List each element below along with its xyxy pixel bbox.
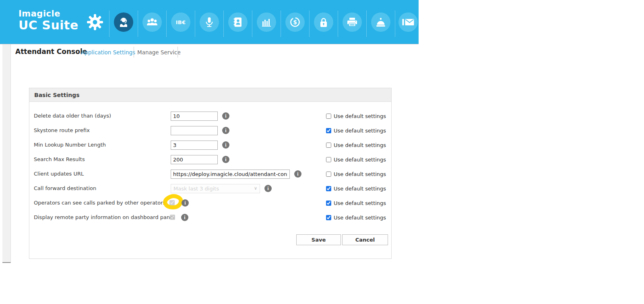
use-default-option[interactable]: Use default settings	[326, 211, 386, 224]
info-icon[interactable]: i	[222, 112, 229, 120]
headset-person-icon	[118, 17, 129, 27]
save-button[interactable]: Save	[296, 234, 341, 245]
form-row: Search Max Results i Use default setting…	[29, 153, 391, 166]
min-lookup-length-input[interactable]	[171, 141, 218, 150]
page-title: Attendant Console	[15, 48, 87, 56]
separator	[166, 10, 167, 37]
gear-icon	[86, 13, 104, 31]
contacts-directory-icon[interactable]	[228, 12, 248, 32]
settings-gear-icon[interactable]	[86, 13, 104, 31]
client-updates-url-input[interactable]	[171, 170, 290, 179]
use-default-checkbox[interactable]	[326, 201, 331, 206]
field-label: Call forward destination	[34, 182, 96, 195]
call-recording-icon[interactable]	[200, 12, 219, 32]
info-icon[interactable]: i	[294, 170, 301, 178]
use-default-option[interactable]: Use default settings	[326, 153, 386, 166]
separator	[134, 47, 134, 58]
form-row: Display remote party information on dash…	[29, 211, 391, 224]
tab-manage-service[interactable]: Manage Service	[137, 49, 181, 56]
attendant-console-icon[interactable]	[114, 12, 133, 32]
separator	[395, 10, 395, 37]
use-default-option[interactable]: Use default settings	[326, 196, 386, 210]
print-to-fax-icon[interactable]	[343, 12, 362, 32]
phone-lock-icon[interactable]	[314, 12, 333, 32]
info-icon[interactable]: i	[222, 156, 229, 163]
use-default-checkbox[interactable]	[326, 186, 331, 191]
separator	[195, 10, 195, 37]
hotel-services-icon[interactable]	[371, 12, 390, 32]
field-label: Delete data older than (days)	[34, 109, 111, 123]
search-max-results-input[interactable]	[171, 155, 218, 164]
use-default-checkbox[interactable]	[326, 157, 331, 162]
billing-icon[interactable]: $	[285, 12, 305, 32]
use-default-checkbox[interactable]	[326, 114, 331, 119]
svg-text:$: $	[293, 19, 297, 25]
logo-line1: Imagicle	[19, 9, 78, 19]
operators-see-parked-checkbox[interactable]	[169, 200, 175, 205]
use-default-label: Use default settings	[334, 186, 386, 192]
separator	[252, 10, 252, 37]
form-row: Client updates URL i Use default setting…	[29, 167, 391, 181]
use-default-label: Use default settings	[334, 142, 386, 148]
use-default-label: Use default settings	[334, 157, 386, 163]
field-label: Client updates URL	[34, 167, 84, 181]
field-label: Search Max Results	[34, 153, 85, 166]
display-remote-party-checkbox[interactable]	[170, 215, 175, 220]
info-icon[interactable]: i	[182, 199, 189, 207]
reports-icon[interactable]	[257, 12, 276, 32]
form-row: Skystone route prefix i Use default sett…	[29, 124, 391, 137]
separator	[178, 47, 178, 58]
call-forward-select-wrap: Mask last 3 digits ∨	[171, 184, 260, 193]
use-default-label: Use default settings	[334, 171, 386, 177]
separator	[138, 10, 138, 37]
use-default-checkbox[interactable]	[326, 215, 331, 220]
left-gutter	[2, 44, 11, 263]
imagicle-logo: Imagicle UC Suite	[19, 9, 78, 33]
info-icon[interactable]: i	[264, 185, 272, 192]
use-default-label: Use default settings	[334, 113, 386, 119]
form-row: Operators can see calls parked by other …	[29, 196, 391, 210]
tab-application-settings[interactable]: Application Settings	[81, 49, 135, 56]
lock-icon	[319, 17, 328, 28]
delete-days-input[interactable]	[171, 112, 218, 121]
field-label: Min Lookup Number Length	[34, 138, 106, 152]
use-default-checkbox[interactable]	[326, 143, 331, 148]
app-header: Imagicle UC Suite	[0, 0, 419, 44]
panel-title: Basic Settings	[29, 88, 391, 102]
use-default-option[interactable]: Use default settings	[326, 182, 386, 195]
budget-control-glyph: IB€	[176, 19, 186, 25]
use-default-label: Use default settings	[334, 200, 386, 206]
budget-control-icon[interactable]: IB€	[171, 12, 190, 32]
use-default-option[interactable]: Use default settings	[326, 124, 386, 137]
bar-chart-icon	[261, 18, 272, 27]
contact-book-icon	[233, 17, 243, 27]
separator	[281, 10, 281, 37]
user-groups-icon[interactable]	[142, 12, 162, 32]
use-default-checkbox[interactable]	[326, 128, 331, 133]
use-default-label: Use default settings	[334, 128, 386, 134]
logo-line2: UC Suite	[19, 19, 78, 33]
dollar-circle-icon: $	[289, 17, 301, 28]
cancel-button[interactable]: Cancel	[342, 234, 388, 245]
field-label: Operators can see calls parked by other …	[34, 196, 165, 210]
info-icon[interactable]: i	[222, 141, 229, 149]
microphone-icon	[204, 17, 214, 28]
people-group-icon	[146, 17, 158, 27]
printer-icon	[347, 17, 358, 27]
call-forward-destination-select[interactable]: Mask last 3 digits	[171, 184, 260, 193]
separator	[309, 10, 310, 37]
use-default-option[interactable]: Use default settings	[326, 167, 386, 181]
separator	[223, 10, 224, 37]
separator	[366, 10, 367, 37]
separator	[338, 10, 338, 37]
field-label: Display remote party information on dash…	[34, 211, 175, 224]
mail-queue-icon[interactable]	[398, 12, 418, 32]
use-default-label: Use default settings	[334, 215, 386, 221]
info-icon[interactable]: i	[222, 127, 229, 134]
use-default-option[interactable]: Use default settings	[326, 109, 386, 123]
bell-icon	[376, 17, 386, 27]
info-icon[interactable]: i	[181, 214, 188, 221]
use-default-option[interactable]: Use default settings	[326, 138, 386, 152]
use-default-checkbox[interactable]	[326, 172, 331, 177]
skystone-prefix-input[interactable]	[171, 126, 218, 135]
